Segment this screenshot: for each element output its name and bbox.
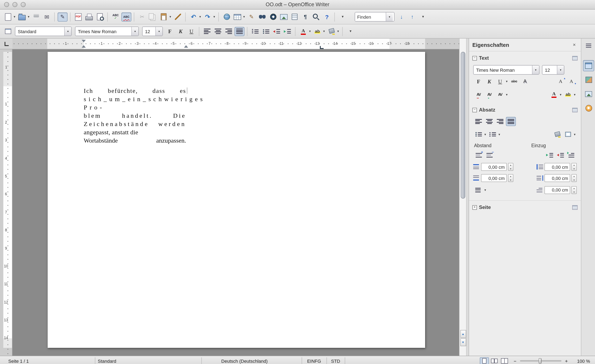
next-page-button[interactable]: ▼ <box>460 338 466 346</box>
close-window-button[interactable] <box>4 2 9 7</box>
scrollbar-thumb[interactable] <box>460 52 465 199</box>
zoom-slider[interactable] <box>520 360 561 362</box>
document-line[interactable]: sich_um_ein_schwieriges Pro- <box>84 95 186 112</box>
align-left-button[interactable] <box>202 27 212 36</box>
collapse-icon[interactable]: − <box>472 56 477 60</box>
zoom-slider-thumb[interactable] <box>539 358 542 364</box>
gallery-tab[interactable] <box>583 88 594 100</box>
properties-tab[interactable] <box>583 60 594 71</box>
below-spacing-field[interactable]: 0,00 cm <box>481 174 507 182</box>
section-options-icon[interactable] <box>572 205 578 210</box>
align-center-button[interactable] <box>213 27 223 36</box>
first-line-indent-stepper[interactable] <box>571 186 577 194</box>
minimize-window-button[interactable] <box>12 2 17 7</box>
find-toolbar-more-icon[interactable]: ▾ <box>418 12 428 21</box>
align-justify-button[interactable] <box>234 27 247 36</box>
above-spacing-stepper[interactable] <box>508 163 513 171</box>
underline-button[interactable]: U <box>186 27 199 36</box>
page-section-header[interactable]: + Seite <box>469 200 581 212</box>
horizontal-ruler[interactable]: 1 123456789101112131415161718 <box>12 39 459 49</box>
bullets-button[interactable] <box>261 27 271 36</box>
after-indent-stepper[interactable] <box>571 174 577 182</box>
close-sidebar-button[interactable]: × <box>571 42 578 48</box>
section-options-icon[interactable] <box>572 56 578 60</box>
font-size-select[interactable]: 12 <box>142 27 163 36</box>
zoom-icon[interactable] <box>311 12 321 21</box>
chevron-down-icon[interactable] <box>532 65 539 74</box>
increase-indent-button[interactable] <box>545 150 555 160</box>
first-line-indent-marker[interactable] <box>82 40 86 42</box>
spellcheck-icon[interactable]: ABC <box>111 12 120 21</box>
data-sources-icon[interactable] <box>290 12 300 21</box>
find-next-button[interactable]: ↓ <box>397 12 406 21</box>
sidebar-font-name-select[interactable]: Times New Roman <box>473 65 539 75</box>
insert-table-icon[interactable] <box>233 12 246 21</box>
section-options-icon[interactable] <box>572 107 578 112</box>
redo-icon[interactable]: ↷ <box>203 12 219 21</box>
page-preview-icon[interactable] <box>95 12 108 21</box>
sidebar-settings-icon[interactable] <box>584 42 593 49</box>
collapse-icon[interactable]: − <box>472 107 477 112</box>
first-line-indent-field[interactable]: 0,00 cm <box>545 186 570 194</box>
zoom-level-status[interactable]: 100 % <box>577 356 590 364</box>
background-color-button[interactable] <box>326 27 343 36</box>
styles-tab[interactable] <box>583 74 594 86</box>
multi-page-view-icon[interactable] <box>490 357 499 364</box>
left-indent-marker[interactable] <box>82 45 86 48</box>
chevron-down-icon[interactable] <box>131 27 138 36</box>
document-line[interactable]: Ich befürchte, dass es <box>84 87 186 95</box>
right-indent-marker[interactable] <box>184 45 188 48</box>
find-combobox[interactable] <box>355 12 395 21</box>
document-line[interactable]: angepasst, anstatt die <box>84 128 186 136</box>
font-color-button[interactable]: A <box>298 27 312 36</box>
nonprinting-characters-icon[interactable]: ¶ <box>300 12 310 21</box>
shadow-button[interactable]: A <box>520 77 530 86</box>
previous-page-button[interactable]: ▲ <box>460 330 466 338</box>
increase-char-spacing-button[interactable]: AV <box>484 90 494 99</box>
sidebar-font-size-select[interactable]: 12 <box>542 65 564 75</box>
open-icon[interactable] <box>17 12 30 21</box>
expand-icon[interactable]: + <box>472 205 477 210</box>
navigator-tab[interactable] <box>583 102 594 114</box>
find-replace-icon[interactable] <box>257 12 267 21</box>
paragraph-style-select[interactable]: Standard <box>15 27 72 36</box>
document-line[interactable]: blem handelt. Die <box>84 112 186 120</box>
toolbar-more-icon[interactable]: ▾ <box>338 12 348 21</box>
document-line[interactable]: Zeichenabstände werden <box>84 120 186 128</box>
print-icon[interactable] <box>84 12 94 21</box>
decrease-indent-button[interactable] <box>272 27 282 36</box>
bold-button[interactable]: F <box>474 77 483 86</box>
single-page-view-icon[interactable] <box>480 357 489 364</box>
after-indent-field[interactable]: 0,00 cm <box>545 174 570 182</box>
bullets-button[interactable] <box>474 130 487 139</box>
strikethrough-button[interactable]: abc <box>509 77 519 86</box>
selection-mode-status[interactable]: STD <box>328 356 343 364</box>
format-paintbrush-icon[interactable] <box>173 12 186 21</box>
undo-icon[interactable]: ↶ <box>189 12 202 21</box>
below-spacing-stepper[interactable] <box>508 174 513 182</box>
italic-button[interactable]: K <box>484 77 494 86</box>
toolbar-more-icon[interactable]: ▾ <box>346 27 355 36</box>
highlighting-button[interactable]: ab <box>563 90 576 99</box>
gallery-icon[interactable] <box>279 12 289 21</box>
text-section-header[interactable]: − Text <box>469 53 581 63</box>
zoom-in-button[interactable]: + <box>564 358 569 363</box>
new-document-icon[interactable] <box>3 12 16 21</box>
increase-font-button[interactable]: A <box>556 77 566 86</box>
decrease-indent-button[interactable] <box>556 150 566 160</box>
font-name-select[interactable]: Times New Roman <box>75 27 139 36</box>
above-spacing-field[interactable]: 0,00 cm <box>481 163 507 171</box>
hanging-indent-button[interactable] <box>567 150 576 160</box>
paragraph-section-header[interactable]: − Absatz <box>469 105 581 115</box>
find-input[interactable] <box>355 12 386 21</box>
edit-file-icon[interactable]: ✎ <box>58 12 71 21</box>
underline-button[interactable]: U <box>495 77 508 86</box>
decrease-paragraph-spacing-button[interactable] <box>484 150 494 160</box>
numbering-button[interactable] <box>488 130 501 139</box>
before-indent-stepper[interactable] <box>571 163 577 171</box>
paste-icon[interactable] <box>159 12 172 21</box>
align-center-button[interactable] <box>484 117 494 126</box>
align-right-button[interactable] <box>224 27 234 36</box>
decrease-char-spacing-button[interactable]: AV <box>474 90 483 99</box>
chevron-down-icon[interactable] <box>64 27 71 36</box>
